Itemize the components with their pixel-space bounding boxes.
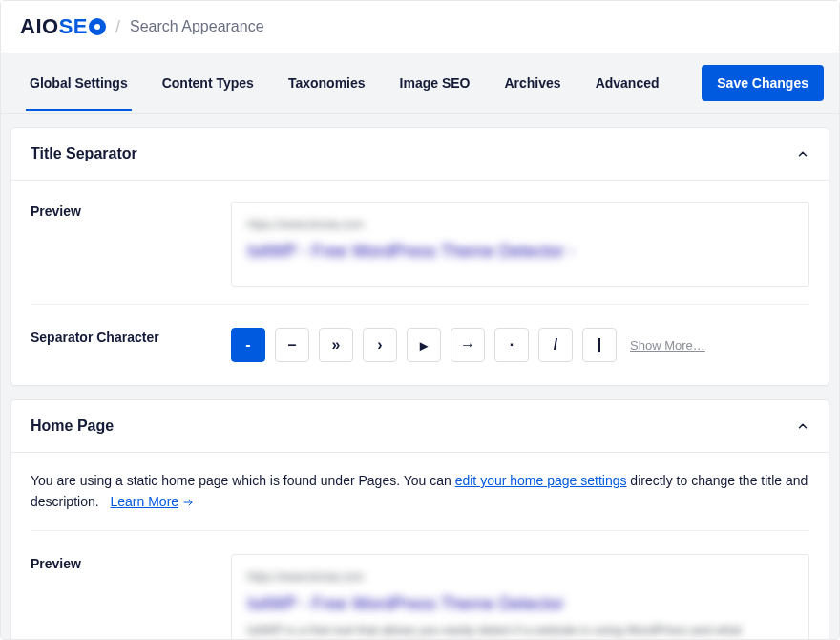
tab-advanced[interactable]: Advanced bbox=[592, 55, 663, 111]
separator-pipe[interactable]: | bbox=[582, 328, 617, 362]
separator-label: Separator Character bbox=[31, 328, 231, 345]
card-home-page: Home Page You are using a static home pa… bbox=[10, 399, 830, 639]
preview-description: IsitWP is a free tool that allows you ea… bbox=[247, 621, 793, 639]
divider bbox=[31, 530, 809, 531]
main-body: Title Separator Preview https://www.kins… bbox=[1, 114, 839, 639]
tab-content-types[interactable]: Content Types bbox=[158, 55, 258, 111]
learn-more-link[interactable]: Learn More bbox=[110, 491, 194, 512]
card-header[interactable]: Home Page bbox=[11, 400, 829, 453]
separator-rsaquo[interactable]: › bbox=[363, 328, 397, 362]
preview-label: Preview bbox=[31, 554, 231, 571]
separator-raquo[interactable]: » bbox=[319, 328, 353, 362]
arrow-right-icon bbox=[182, 497, 194, 508]
separator-dash[interactable]: - bbox=[231, 328, 265, 362]
serp-preview: https://www.kinsta.com IsitWP - Free Wor… bbox=[231, 554, 809, 639]
tab-taxonomies[interactable]: Taxonomies bbox=[284, 55, 369, 111]
preview-title: IsitWP - Free WordPress Theme Detector - bbox=[247, 239, 793, 265]
chevron-up-icon bbox=[796, 147, 809, 160]
preview-url: https://www.kinsta.com bbox=[247, 568, 793, 586]
card-title: Title Separator bbox=[31, 145, 137, 162]
save-button[interactable]: Save Changes bbox=[702, 65, 824, 101]
preview-label: Preview bbox=[31, 202, 231, 219]
brand-seo: SE bbox=[59, 14, 88, 39]
show-more-link[interactable]: Show More… bbox=[630, 338, 705, 352]
chevron-up-icon bbox=[796, 419, 809, 433]
serp-preview: https://www.kinsta.com IsitWP - Free Wor… bbox=[231, 202, 809, 287]
separator-bullet[interactable]: · bbox=[494, 328, 529, 362]
page-title: Search Appearance bbox=[130, 18, 264, 35]
separator-endash[interactable]: – bbox=[275, 328, 309, 362]
preview-title: IsitWP - Free WordPress Theme Detector bbox=[247, 591, 793, 617]
tab-image-seo[interactable]: Image SEO bbox=[396, 55, 474, 111]
brand-aio: AIO bbox=[20, 14, 59, 39]
card-title: Home Page bbox=[31, 417, 114, 435]
card-header[interactable]: Title Separator bbox=[11, 128, 829, 181]
separator-arrow[interactable]: → bbox=[451, 328, 485, 362]
breadcrumb-separator: / bbox=[116, 17, 120, 37]
tab-archives[interactable]: Archives bbox=[500, 55, 564, 111]
tab-global-settings[interactable]: Global Settings bbox=[26, 55, 132, 111]
brand-logo: AIOSE bbox=[20, 14, 106, 39]
tabs: Global Settings Content Types Taxonomies… bbox=[10, 55, 663, 111]
tabs-bar: Global Settings Content Types Taxonomies… bbox=[1, 53, 839, 114]
app-header: AIOSE / Search Appearance bbox=[1, 1, 839, 53]
separator-options: - – » › ▸ → · / | Show More… bbox=[231, 328, 809, 362]
preview-url: https://www.kinsta.com bbox=[247, 216, 793, 233]
separator-slash[interactable]: / bbox=[538, 328, 573, 362]
divider bbox=[31, 304, 809, 305]
notice-text-before: You are using a static home page which i… bbox=[31, 473, 455, 488]
learn-more-text: Learn More bbox=[110, 491, 178, 512]
card-title-separator: Title Separator Preview https://www.kins… bbox=[10, 127, 830, 386]
gear-icon bbox=[89, 18, 106, 35]
edit-home-page-link[interactable]: edit your home page settings bbox=[455, 473, 627, 488]
home-page-notice: You are using a static home page which i… bbox=[31, 470, 809, 530]
separator-triangle[interactable]: ▸ bbox=[407, 328, 441, 362]
